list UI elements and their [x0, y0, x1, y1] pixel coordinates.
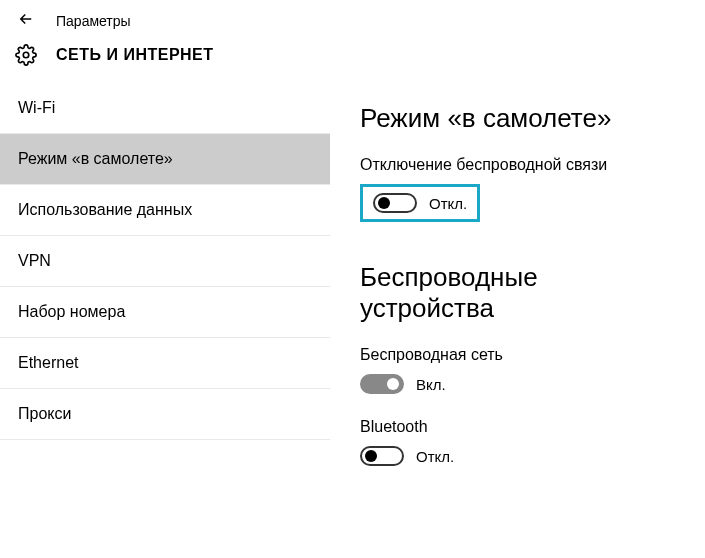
- airplane-mode-toggle[interactable]: [373, 193, 417, 213]
- bluetooth-toggle-label: Bluetooth: [360, 418, 675, 436]
- toggle-knob: [387, 378, 399, 390]
- sidebar-item-label: Использование данных: [18, 201, 192, 218]
- main-panel: Режим «в самолете» Отключение беспроводн…: [330, 83, 705, 551]
- sidebar-item-airplane-mode[interactable]: Режим «в самолете»: [0, 134, 330, 185]
- toggle-knob: [378, 197, 390, 209]
- sidebar-item-dialup[interactable]: Набор номера: [0, 287, 330, 338]
- sidebar-item-label: VPN: [18, 252, 51, 269]
- toggle-knob: [365, 450, 377, 462]
- sidebar-item-vpn[interactable]: VPN: [0, 236, 330, 287]
- sidebar-item-label: Wi-Fi: [18, 99, 55, 116]
- bluetooth-toggle-state: Откл.: [416, 448, 454, 465]
- wireless-network-toggle[interactable]: [360, 374, 404, 394]
- header-label: Параметры: [56, 13, 131, 29]
- wireless-toggle-state: Вкл.: [416, 376, 446, 393]
- airplane-toggle-label: Отключение беспроводной связи: [360, 156, 675, 174]
- bluetooth-toggle-row: Откл.: [360, 446, 675, 466]
- wireless-toggle-label: Беспроводная сеть: [360, 346, 675, 364]
- sidebar: Wi-Fi Режим «в самолете» Использование д…: [0, 83, 330, 551]
- sidebar-item-label: Набор номера: [18, 303, 125, 320]
- bluetooth-toggle[interactable]: [360, 446, 404, 466]
- page-title: СЕТЬ И ИНТЕРНЕТ: [56, 46, 214, 64]
- main-heading-airplane: Режим «в самолете»: [360, 103, 675, 134]
- sidebar-item-data-usage[interactable]: Использование данных: [0, 185, 330, 236]
- content-area: Wi-Fi Режим «в самолете» Использование д…: [0, 83, 705, 551]
- sidebar-item-label: Прокси: [18, 405, 71, 422]
- sidebar-item-label: Режим «в самолете»: [18, 150, 173, 167]
- airplane-toggle-state: Откл.: [429, 195, 467, 212]
- highlight-annotation: Откл.: [360, 184, 480, 222]
- back-button[interactable]: [14, 10, 38, 31]
- main-heading-wireless-devices: Беспроводные устройства: [360, 262, 675, 324]
- svg-point-0: [23, 52, 29, 58]
- gear-icon: [14, 43, 38, 67]
- header-top: Параметры: [0, 0, 705, 37]
- sidebar-item-label: Ethernet: [18, 354, 78, 371]
- sidebar-item-ethernet[interactable]: Ethernet: [0, 338, 330, 389]
- header-title-row: СЕТЬ И ИНТЕРНЕТ: [0, 37, 705, 83]
- sidebar-item-proxy[interactable]: Прокси: [0, 389, 330, 440]
- wireless-toggle-row: Вкл.: [360, 374, 675, 394]
- sidebar-item-wifi[interactable]: Wi-Fi: [0, 83, 330, 134]
